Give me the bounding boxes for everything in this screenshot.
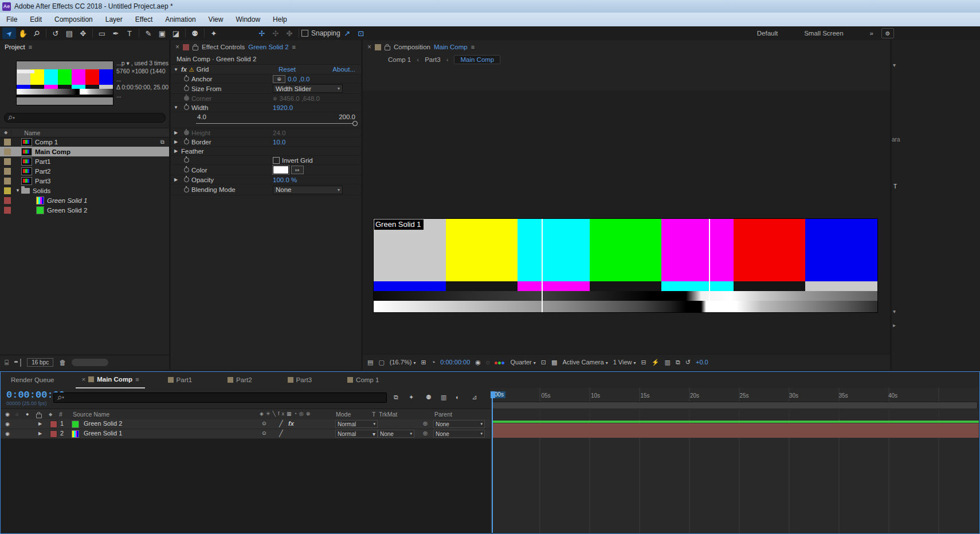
folder-expander-icon[interactable]: ▼ (14, 188, 21, 193)
quality-switch-icon[interactable]: ╱ (279, 420, 283, 427)
snapping-checkbox[interactable] (301, 30, 308, 37)
tab-menu-icon[interactable]: ≡ (135, 376, 139, 383)
menu-help[interactable]: Help (266, 15, 293, 23)
param-row-size-from[interactable]: Size From Width Slider▾ (171, 84, 361, 94)
graph-editor-icon[interactable]: ⊿ (472, 394, 477, 401)
project-row-comp1[interactable]: Comp 1 ⧉ (0, 137, 169, 147)
camera-tool-icon[interactable]: ▤ (62, 28, 76, 39)
motion-blur-icon[interactable]: ◐ (456, 394, 460, 400)
fast-previews-icon[interactable]: ⚡ (652, 359, 660, 366)
anchor-value[interactable]: 0.0 ,0.0 (288, 76, 309, 83)
effect-expander-icon[interactable]: ▼ (171, 67, 181, 72)
label-swatch[interactable] (4, 178, 11, 184)
breadcrumb-current-comp[interactable]: Main Comp (454, 55, 500, 64)
eye-icon[interactable]: ◉ (5, 421, 10, 427)
timeline-button-icon[interactable]: ▥ (665, 359, 671, 366)
workspace-small-screen[interactable]: Small Screen (804, 30, 843, 37)
label-swatch[interactable] (4, 187, 11, 194)
shy-switch-icon[interactable]: ⊙ (262, 421, 266, 426)
comp-flowchart-icon[interactable]: ⧉ (676, 359, 680, 366)
stopwatch-icon[interactable] (184, 76, 189, 81)
project-row-main-comp[interactable]: Main Comp (0, 147, 169, 156)
layer-mode-dropdown[interactable]: Normal▾ (335, 430, 378, 438)
project-row-solids-folder[interactable]: ▼ Solids (0, 186, 169, 195)
view-layout-dropdown[interactable]: 1 View ▾ (613, 359, 636, 366)
project-footer-scrollbar[interactable] (72, 359, 108, 366)
brush-tool-icon[interactable]: ✎ (142, 28, 155, 39)
breadcrumb-comp1[interactable]: Comp 1 (388, 56, 411, 63)
param-row-blending-mode[interactable]: Blending Mode None▾ (171, 184, 361, 195)
tab-part1[interactable]: Part1 (162, 372, 198, 388)
grid-guides-icon[interactable]: ⊞ (421, 359, 426, 366)
layer-expander-icon[interactable]: ▶ (38, 431, 42, 436)
menu-window[interactable]: Window (229, 15, 266, 23)
layer-bar-green[interactable] (492, 421, 979, 423)
reset-exposure-icon[interactable]: ↺ (685, 359, 691, 366)
puppet-pin-tool-icon[interactable]: ✦ (207, 28, 221, 39)
layer-name[interactable]: Green Solid 2 (84, 420, 122, 427)
label-swatch[interactable] (4, 168, 11, 175)
close-panel-icon[interactable]: × (367, 43, 371, 51)
workspace-overflow-chevron[interactable]: » (870, 30, 873, 37)
roto-brush-tool-icon[interactable]: ⚉ (188, 28, 202, 39)
name-column-header[interactable]: Name (24, 129, 40, 136)
project-row-part2[interactable]: Part2 (0, 166, 169, 176)
panel-menu-icon[interactable]: ≡ (471, 44, 475, 50)
project-row-green-solid-1[interactable]: Green Solid 1 (0, 195, 169, 205)
snapshot-camera-icon[interactable]: ◉ (475, 359, 481, 366)
trkmat-dropdown[interactable]: None▾ (378, 430, 414, 438)
effect-grid-header-row[interactable]: ▼ fx ⚠ Grid Reset About... (171, 65, 361, 74)
menu-layer[interactable]: Layer (99, 15, 129, 23)
composition-tab[interactable]: × Composition Main Comp ≡ (363, 40, 890, 54)
layer-expander-icon[interactable]: ▶ (38, 421, 42, 426)
comp-mini-flowchart-icon[interactable]: ⧉ (394, 394, 398, 401)
region-of-interest-icon[interactable]: ⊡ (541, 359, 546, 366)
opacity-value[interactable]: 100.0 % (273, 176, 297, 183)
eraser-tool-icon[interactable]: ◪ (169, 28, 183, 39)
parent-pickwhip-icon[interactable]: ◎ (423, 430, 428, 436)
rail-chevron-icon[interactable]: ▾ (893, 308, 896, 315)
shape-tool-icon[interactable]: ▭ (95, 28, 109, 39)
param-row-border[interactable]: ▶ Border 10.0 (171, 138, 361, 147)
show-snapshot-icon[interactable]: ◌ (486, 359, 490, 366)
monitor-secondary-icon[interactable]: ▢ (378, 359, 384, 366)
layer-label-swatch[interactable] (50, 430, 57, 438)
label-swatch[interactable] (4, 139, 11, 146)
layer-bar-maroon[interactable] (492, 423, 979, 438)
tab-comp1[interactable]: Comp 1 (342, 372, 385, 388)
param-expander-icon[interactable]: ▶ (171, 148, 181, 154)
color-swatch[interactable] (273, 166, 289, 174)
stopwatch-icon[interactable] (184, 139, 189, 144)
project-row-part1[interactable]: Part1 (0, 156, 169, 166)
delete-item-icon[interactable]: 🗑 (59, 359, 66, 367)
workspace-settings-icon[interactable]: ⚙ (881, 28, 894, 38)
menu-composition[interactable]: Composition (48, 15, 99, 23)
tab-part2[interactable]: Part2 (222, 372, 258, 388)
source-name-column[interactable]: Source Name (73, 411, 109, 418)
close-panel-icon[interactable]: × (175, 43, 179, 51)
show-channel-icon[interactable] (495, 359, 505, 366)
stopwatch-icon[interactable] (184, 187, 189, 193)
effect-reset-link[interactable]: Reset (279, 66, 296, 73)
param-expander-icon[interactable]: ▶ (171, 177, 181, 182)
menu-effect[interactable]: Effect (129, 15, 159, 23)
label-swatch[interactable] (4, 197, 11, 204)
effect-about-link[interactable]: About... (332, 66, 355, 73)
workspace-default[interactable]: Default (757, 30, 778, 37)
hand-tool-icon[interactable]: ✋ (16, 28, 30, 39)
stopwatch-icon[interactable] (184, 86, 189, 91)
tab-part3[interactable]: Part3 (282, 372, 318, 388)
playhead[interactable] (492, 391, 493, 533)
project-panel-menu-icon[interactable]: ≡ (29, 44, 32, 50)
shy-switch-icon[interactable]: ⊙ (262, 430, 266, 436)
param-row-color[interactable]: Color ⤇ (171, 165, 361, 175)
blending-mode-dropdown[interactable]: None▾ (273, 186, 343, 194)
menu-animation[interactable]: Animation (159, 15, 202, 23)
project-row-part3[interactable]: Part3 (0, 176, 169, 186)
size-from-dropdown[interactable]: Width Slider▾ (273, 84, 343, 93)
lock-icon[interactable] (193, 46, 198, 50)
tab-render-queue[interactable]: Render Queue (5, 372, 60, 388)
label-swatch[interactable] (4, 158, 11, 165)
pen-tool-icon[interactable]: ✒ (109, 28, 123, 39)
pixel-aspect-icon[interactable]: ⊟ (641, 359, 646, 366)
